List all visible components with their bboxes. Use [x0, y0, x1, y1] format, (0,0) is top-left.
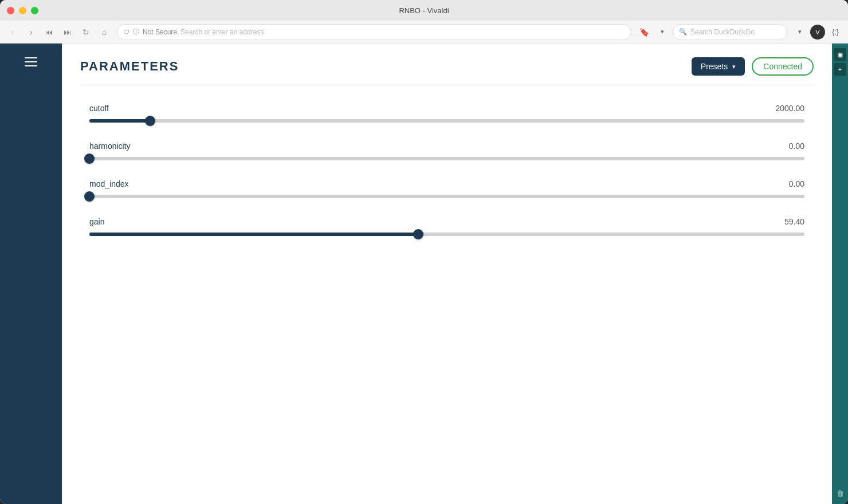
param-row: harmonicity0.00	[89, 141, 804, 163]
reload-button[interactable]: ↻	[78, 24, 94, 40]
page-content: PARAMETERS Presets ▾ Connected cutoff200…	[62, 44, 832, 504]
profile-button[interactable]: V	[810, 25, 825, 40]
title-bar: RNBO - Vivaldi	[0, 0, 848, 21]
skip-forward-button[interactable]: ⏭	[60, 24, 76, 40]
param-name-mod_index: mod_index	[89, 179, 129, 188]
search-dropdown[interactable]: ▾	[792, 24, 808, 40]
slider-container-gain	[89, 230, 804, 239]
param-row: mod_index0.00	[89, 179, 804, 201]
shield-icon: 🛡	[123, 29, 129, 36]
search-icon: 🔍	[679, 28, 687, 36]
slider-container-harmonicity	[89, 154, 804, 163]
param-name-cutoff: cutoff	[89, 104, 109, 113]
search-bar[interactable]: 🔍 Search DuckDuckGo	[673, 24, 787, 40]
param-header-mod_index: mod_index0.00	[89, 179, 804, 188]
bookmarks-button[interactable]: 🔖	[636, 24, 652, 40]
slider-container-cutoff	[89, 116, 804, 125]
trash-button[interactable]: 🗑	[834, 487, 846, 499]
home-button[interactable]: ⌂	[96, 24, 112, 40]
panel-icon-button-2[interactable]: +	[834, 63, 846, 76]
param-value-mod_index: 0.00	[789, 179, 804, 188]
sidebar	[0, 44, 62, 504]
connected-button[interactable]: Connected	[752, 57, 814, 76]
page-header: PARAMETERS Presets ▾ Connected	[62, 44, 832, 85]
browser-title: RNBO - Vivaldi	[399, 6, 449, 15]
back-button[interactable]: ‹	[5, 24, 21, 40]
header-actions: Presets ▾ Connected	[692, 57, 814, 76]
hamburger-line-1	[25, 57, 37, 58]
page-title: PARAMETERS	[80, 59, 179, 74]
param-row: gain59.40	[89, 217, 804, 239]
param-name-gain: gain	[89, 217, 104, 226]
presets-label: Presets	[701, 62, 728, 71]
nav-bar: ‹ › ⏮ ⏭ ↻ ⌂ 🛡 ⓘ Not Secure Search or ent…	[0, 21, 848, 44]
param-header-gain: gain59.40	[89, 217, 804, 226]
param-name-harmonicity: harmonicity	[89, 141, 131, 151]
maximize-traffic-light[interactable]	[31, 7, 38, 14]
skip-back-button[interactable]: ⏮	[41, 24, 57, 40]
minimize-traffic-light[interactable]	[19, 7, 26, 14]
info-icon: ⓘ	[133, 27, 139, 36]
extensions-button[interactable]: {;}	[827, 24, 843, 40]
right-panel-bottom: 🗑	[834, 487, 846, 499]
main-area: PARAMETERS Presets ▾ Connected cutoff200…	[0, 44, 848, 504]
not-secure-label: Not Secure	[143, 28, 177, 36]
right-panel: ▣ + 🗑	[832, 44, 848, 504]
param-value-cutoff: 2000.00	[775, 104, 804, 113]
bookmarks-dropdown[interactable]: ▾	[654, 24, 670, 40]
search-placeholder: Search DuckDuckGo	[690, 28, 755, 36]
param-header-cutoff: cutoff2000.00	[89, 104, 804, 113]
chevron-down-icon: ▾	[732, 63, 736, 70]
slider-container-mod_index	[89, 192, 804, 201]
param-row: cutoff2000.00	[89, 104, 804, 125]
menu-button[interactable]	[20, 53, 42, 71]
hamburger-line-2	[25, 61, 37, 62]
hamburger-line-3	[25, 65, 37, 66]
url-text: Search or enter an address	[180, 28, 264, 36]
param-value-gain: 59.40	[784, 217, 804, 226]
parameters-area: cutoff2000.00harmonicity0.00mod_index0.0…	[62, 85, 832, 504]
forward-button[interactable]: ›	[23, 24, 39, 40]
address-bar[interactable]: 🛡 ⓘ Not Secure Search or enter an addres…	[117, 24, 631, 40]
browser-window: RNBO - Vivaldi ‹ › ⏮ ⏭ ↻ ⌂ 🛡 ⓘ Not Secur…	[0, 0, 848, 504]
param-header-harmonicity: harmonicity0.00	[89, 141, 804, 151]
close-traffic-light[interactable]	[7, 7, 14, 14]
param-value-harmonicity: 0.00	[789, 141, 804, 151]
panel-icon-button-1[interactable]: ▣	[834, 48, 846, 61]
presets-button[interactable]: Presets ▾	[692, 57, 745, 76]
traffic-lights	[7, 7, 38, 14]
